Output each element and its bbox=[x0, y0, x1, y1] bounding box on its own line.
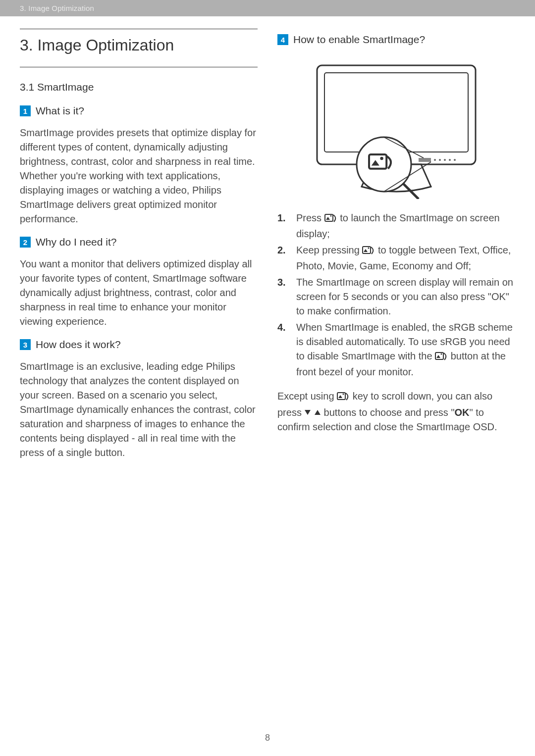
svg-point-20 bbox=[441, 353, 442, 355]
question-4: 4 How to enable SmartImage? bbox=[277, 34, 515, 46]
left-column: 3. Image Optimization 3.1 SmartImage 1 W… bbox=[20, 16, 258, 470]
monitor-illustration bbox=[277, 60, 515, 201]
step-num: 3. bbox=[277, 275, 289, 318]
svg-rect-3 bbox=[419, 158, 431, 162]
svg-point-8 bbox=[454, 159, 456, 161]
paragraph: SmartImage is an exclusive, leading edge… bbox=[20, 359, 258, 460]
svg-point-5 bbox=[439, 159, 441, 161]
qnum-badge: 3 bbox=[20, 339, 31, 350]
svg-rect-19 bbox=[435, 353, 443, 359]
qnum-badge: 4 bbox=[277, 34, 288, 45]
step-num: 2. bbox=[277, 243, 289, 273]
closing-paragraph: Except using key to scroll down, you can… bbox=[277, 389, 515, 434]
question-text: Why do I need it? bbox=[36, 236, 116, 248]
question-text: What is it? bbox=[36, 105, 84, 117]
step-item: 3. The SmartImage on screen display will… bbox=[277, 275, 515, 318]
step-num: 4. bbox=[277, 320, 289, 379]
svg-point-16 bbox=[330, 215, 331, 217]
svg-point-18 bbox=[368, 248, 370, 249]
svg-point-7 bbox=[449, 159, 451, 161]
question-text: How to enable SmartImage? bbox=[293, 34, 425, 46]
step-num: 1. bbox=[277, 211, 289, 241]
step-text: Press to launch the SmartImage on screen… bbox=[296, 211, 515, 241]
step-text: The SmartImage on screen display will re… bbox=[296, 275, 515, 318]
svg-point-22 bbox=[343, 394, 344, 395]
step-item: 2. Keep pressing to toggle between Text,… bbox=[277, 243, 515, 273]
step-item: 4. When SmartImage is enabled, the sRGB … bbox=[277, 320, 515, 379]
svg-rect-21 bbox=[337, 393, 345, 400]
qnum-badge: 2 bbox=[20, 237, 31, 248]
question-1: 1 What is it? bbox=[20, 105, 258, 117]
smartimage-icon bbox=[337, 391, 350, 405]
step-text: When SmartImage is enabled, the sRGB sch… bbox=[296, 320, 515, 379]
page-number: 8 bbox=[0, 733, 535, 743]
page-title: 3. Image Optimization bbox=[20, 36, 258, 54]
svg-rect-17 bbox=[363, 247, 371, 253]
question-3: 3 How does it work? bbox=[20, 339, 258, 351]
question-text: How does it work? bbox=[36, 339, 121, 351]
svg-point-4 bbox=[434, 159, 436, 161]
svg-point-14 bbox=[380, 157, 383, 160]
divider bbox=[20, 67, 258, 67]
smartimage-icon bbox=[435, 351, 448, 365]
up-arrow-icon bbox=[314, 405, 321, 419]
paragraph: You want a monitor that delivers optimiz… bbox=[20, 257, 258, 329]
svg-rect-15 bbox=[325, 214, 333, 221]
smartimage-icon bbox=[362, 245, 375, 259]
svg-point-6 bbox=[444, 159, 446, 161]
section-title: 3.1 SmartImage bbox=[20, 81, 258, 93]
monitor-svg bbox=[307, 60, 485, 199]
ok-label: OK bbox=[455, 407, 470, 418]
breadcrumb-text: 3. Image Optimization bbox=[20, 4, 94, 12]
header-breadcrumb: 3. Image Optimization bbox=[0, 0, 535, 16]
divider bbox=[20, 29, 258, 29]
question-2: 2 Why do I need it? bbox=[20, 236, 258, 248]
steps-list: 1. Press to launch the SmartImage on scr… bbox=[277, 211, 515, 379]
smartimage-icon bbox=[324, 212, 337, 227]
step-text: Keep pressing to toggle between Text, Of… bbox=[296, 243, 515, 273]
down-arrow-icon bbox=[304, 405, 311, 419]
step-item: 1. Press to launch the SmartImage on scr… bbox=[277, 211, 515, 241]
paragraph: SmartImage provides presets that optimiz… bbox=[20, 126, 258, 226]
right-column: 4 How to enable SmartImage? bbox=[277, 16, 515, 470]
qnum-badge: 1 bbox=[20, 105, 31, 116]
